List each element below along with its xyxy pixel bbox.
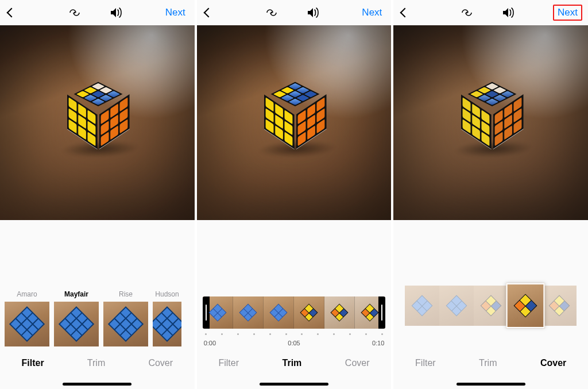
boomerang-icon[interactable] (68, 7, 82, 18)
cover-thumb[interactable] (542, 286, 577, 326)
timeline-frame[interactable] (233, 296, 264, 329)
time-label: 0:00 (204, 340, 216, 346)
home-indicator[interactable] (457, 383, 525, 386)
svg-point-0 (74, 12, 75, 14)
chevron-back-icon (203, 8, 213, 18)
boomerang-icon[interactable] (460, 7, 474, 18)
video-preview[interactable] (393, 25, 588, 220)
tab-trim[interactable]: Trim (87, 358, 105, 368)
tab-cover[interactable]: Cover (148, 358, 173, 368)
filter-thumb (54, 302, 99, 346)
filter-label: Amaro (17, 290, 37, 298)
next-button[interactable]: Next (553, 5, 582, 21)
edit-tab-bar: Filter Trim Cover (393, 346, 588, 389)
chevron-back-icon (400, 8, 410, 18)
cover-thumb[interactable] (474, 286, 508, 326)
boomerang-icon[interactable] (265, 7, 278, 18)
home-indicator[interactable] (63, 383, 131, 386)
rubiks-cube-preview (67, 84, 127, 153)
timeline-time-labels: 0:00 0:05 0:10 (203, 340, 386, 346)
time-label: 0:10 (372, 340, 384, 346)
video-edit-screen-filter: Next Amaro (0, 0, 195, 389)
filter-list[interactable]: Amaro Mayfair Rise Hudson (0, 282, 195, 346)
trim-timeline[interactable]: 0:00 0:05 0:10 (197, 296, 392, 346)
cover-frame-picker[interactable] (405, 286, 577, 326)
rubiks-cube-preview (461, 84, 521, 153)
tab-cover[interactable]: Cover (540, 358, 566, 368)
rubiks-cube-preview (264, 84, 324, 153)
tab-filter[interactable]: Filter (218, 358, 239, 368)
video-edit-screen-trim: Next (197, 0, 392, 389)
nav-back-button[interactable] (200, 9, 226, 16)
tab-cover[interactable]: Cover (345, 358, 370, 368)
tab-filter[interactable]: Filter (22, 358, 44, 368)
filter-item-amaro[interactable]: Amaro (5, 290, 49, 346)
filter-item-rise[interactable]: Rise (103, 290, 148, 346)
tab-trim[interactable]: Trim (479, 358, 497, 368)
nav-bar: Next (197, 0, 392, 25)
nav-back-button[interactable] (397, 9, 422, 16)
timeline-frame[interactable] (294, 296, 324, 329)
svg-point-2 (466, 12, 468, 14)
filter-label: Rise (119, 290, 133, 298)
nav-bar: Next (0, 0, 195, 25)
filter-label: Mayfair (64, 290, 88, 298)
svg-point-1 (270, 12, 272, 14)
filter-item-mayfair[interactable]: Mayfair (54, 290, 99, 346)
cover-thumb-selected[interactable] (506, 283, 544, 328)
nav-bar: Next (393, 0, 588, 25)
sound-icon[interactable] (109, 7, 123, 18)
filter-thumb (153, 302, 181, 346)
filter-item-hudson[interactable]: Hudson (153, 290, 181, 346)
chevron-back-icon (7, 8, 17, 18)
video-preview[interactable] (197, 25, 392, 220)
nav-back-button[interactable] (3, 9, 29, 16)
next-button[interactable]: Next (162, 6, 189, 20)
next-button[interactable]: Next (358, 6, 385, 20)
edit-tab-bar: Filter Trim Cover (0, 346, 195, 389)
timeline-ticks (203, 333, 386, 335)
video-preview[interactable] (0, 25, 195, 220)
edit-tab-bar: Filter Trim Cover (197, 346, 392, 389)
tab-filter[interactable]: Filter (415, 358, 436, 368)
cover-thumb[interactable] (439, 286, 474, 326)
timeline-frame[interactable] (324, 296, 355, 329)
home-indicator[interactable] (260, 383, 328, 386)
filter-label: Hudson (155, 290, 179, 298)
sound-icon[interactable] (501, 7, 515, 18)
filter-thumb (5, 302, 49, 346)
time-label: 0:05 (288, 340, 300, 346)
trim-handle-right[interactable] (378, 296, 385, 329)
timeline-frame[interactable] (264, 296, 294, 329)
video-edit-screen-cover: Next (393, 0, 588, 389)
sound-icon[interactable] (306, 7, 320, 18)
tab-trim[interactable]: Trim (283, 358, 302, 368)
filter-thumb (103, 302, 148, 346)
cover-thumb[interactable] (405, 286, 439, 326)
